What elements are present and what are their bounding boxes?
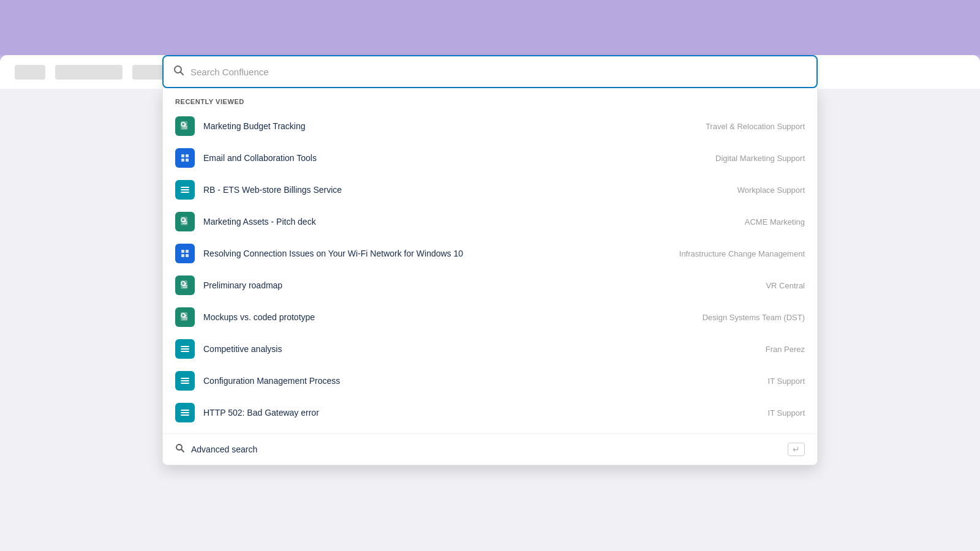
result-items: Marketing Budget Tracking Travel & Reloc…: [163, 110, 817, 433]
svg-rect-8: [181, 159, 184, 162]
advanced-search-text: Advanced search: [191, 444, 257, 454]
svg-rect-19: [181, 254, 184, 257]
result-title: Competitive analysis: [203, 344, 753, 354]
result-title: Configuration Management Process: [203, 376, 756, 386]
result-space: Design Systems Team (DST): [690, 313, 805, 322]
result-item[interactable]: Competitive analysis Fran Perez: [163, 333, 817, 365]
result-space: Travel & Relocation Support: [693, 122, 805, 131]
result-space: Digital Marketing Support: [703, 154, 805, 163]
result-title: Marketing Budget Tracking: [203, 121, 693, 131]
svg-rect-20: [186, 254, 189, 257]
advanced-search-icon: [175, 443, 185, 455]
result-item[interactable]: Email and Collaboration Tools Digital Ma…: [163, 142, 817, 174]
result-item[interactable]: Mockups vs. coded prototype Design Syste…: [163, 301, 817, 333]
result-space: VR Central: [753, 281, 805, 290]
search-input[interactable]: [190, 67, 807, 77]
search-icon: [173, 65, 184, 78]
svg-line-39: [181, 449, 184, 452]
result-title: Mockups vs. coded prototype: [203, 312, 690, 322]
result-item[interactable]: RB - ETS Web-store Billings Service Work…: [163, 174, 817, 206]
result-item[interactable]: Preliminary roadmap VR Central: [163, 269, 817, 301]
svg-rect-9: [186, 159, 189, 162]
result-title: Preliminary roadmap: [203, 280, 753, 290]
result-space: Fran Perez: [753, 345, 805, 354]
bg-top: [0, 0, 980, 55]
result-title: RB - ETS Web-store Billings Service: [203, 185, 725, 195]
result-title: HTTP 502: Bad Gateway error: [203, 408, 756, 418]
result-space: Workplace Support: [725, 186, 805, 195]
result-icon-green: [175, 212, 195, 231]
result-icon-teal: [175, 403, 195, 422]
search-wrapper: RECENTLY VIEWED Marketing Budget Trackin…: [162, 55, 818, 465]
result-space: IT Support: [756, 408, 805, 418]
svg-rect-7: [186, 154, 189, 157]
result-space: IT Support: [756, 377, 805, 386]
result-icon-teal: [175, 180, 195, 200]
recently-viewed-label: RECENTLY VIEWED: [163, 88, 817, 110]
nav-pill-2: [55, 65, 123, 80]
result-icon-blue: [175, 244, 195, 263]
result-icon-blue: [175, 148, 195, 168]
result-item[interactable]: Marketing Budget Tracking Travel & Reloc…: [163, 110, 817, 142]
result-title: Resolving Connection Issues on Your Wi-F…: [203, 249, 667, 258]
enter-icon: ↵: [788, 443, 805, 456]
result-space: ACME Marketing: [733, 217, 805, 227]
result-icon-teal: [175, 371, 195, 391]
svg-rect-6: [181, 154, 184, 157]
result-space: Infrastructure Change Management: [667, 249, 805, 258]
result-item[interactable]: Marketing Assets - Pitch deck ACME Marke…: [163, 206, 817, 238]
result-item[interactable]: HTTP 502: Bad Gateway error IT Support: [163, 397, 817, 429]
svg-rect-17: [181, 250, 184, 253]
result-icon-green: [175, 276, 195, 295]
result-item[interactable]: Configuration Management Process IT Supp…: [163, 365, 817, 397]
svg-rect-18: [186, 250, 189, 253]
result-icon-teal: [175, 339, 195, 359]
result-title: Email and Collaboration Tools: [203, 153, 703, 163]
search-box: [162, 55, 818, 88]
svg-line-1: [181, 72, 184, 75]
result-icon-green: [175, 116, 195, 136]
result-title: Marketing Assets - Pitch deck: [203, 217, 733, 227]
nav-pill-1: [15, 65, 45, 80]
advanced-search-row[interactable]: Advanced search ↵: [163, 433, 817, 465]
result-icon-green: [175, 307, 195, 327]
search-dropdown: RECENTLY VIEWED Marketing Budget Trackin…: [162, 88, 818, 465]
result-item[interactable]: Resolving Connection Issues on Your Wi-F…: [163, 238, 817, 269]
